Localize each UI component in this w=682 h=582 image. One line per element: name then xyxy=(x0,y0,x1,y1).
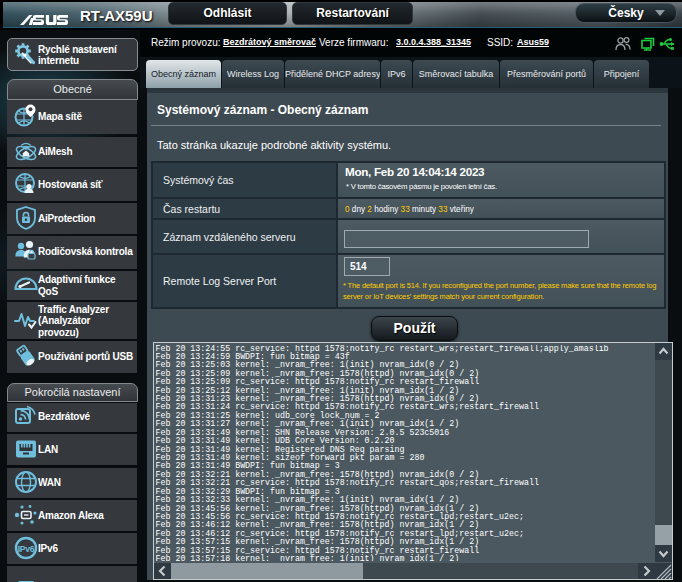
svg-text:IPv6: IPv6 xyxy=(18,543,35,553)
